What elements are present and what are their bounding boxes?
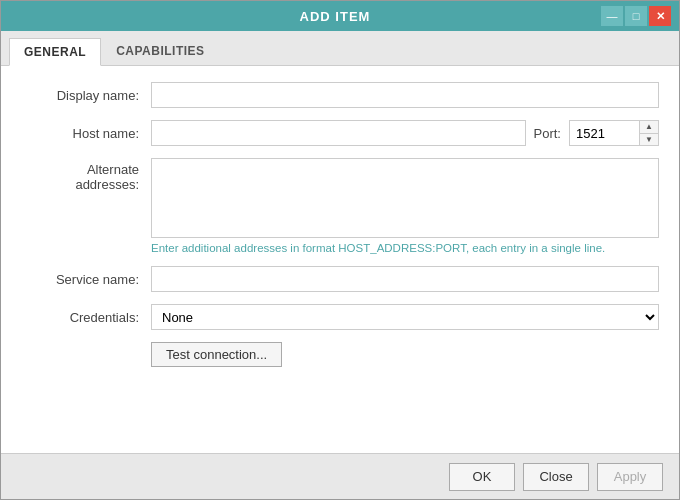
credentials-row: Credentials: None <box>21 304 659 330</box>
form-content: Display name: Host name: Port: ▲ ▼ Alter… <box>1 66 679 453</box>
service-name-label: Service name: <box>21 272 151 287</box>
title-controls: — □ ✕ <box>601 6 671 26</box>
service-name-input[interactable] <box>151 266 659 292</box>
close-button[interactable]: Close <box>523 463 589 491</box>
service-name-row: Service name: <box>21 266 659 292</box>
port-input[interactable] <box>569 120 639 146</box>
alternate-hint: Enter additional addresses in format HOS… <box>151 242 659 254</box>
apply-button[interactable]: Apply <box>597 463 663 491</box>
display-name-input[interactable] <box>151 82 659 108</box>
port-spinners: ▲ ▼ <box>639 120 659 146</box>
tab-capabilities[interactable]: CAPABILITIES <box>101 37 219 65</box>
alternate-addresses-input[interactable] <box>151 158 659 238</box>
hint-row: Enter additional addresses in format HOS… <box>21 242 659 254</box>
display-name-label: Display name: <box>21 88 151 103</box>
test-connection-button[interactable]: Test connection... <box>151 342 282 367</box>
alternate-addresses-row: Alternate addresses: <box>21 158 659 238</box>
host-name-input[interactable] <box>151 120 526 146</box>
maximize-button[interactable]: □ <box>625 6 647 26</box>
port-increment-button[interactable]: ▲ <box>640 121 658 133</box>
test-connection-spacer <box>21 342 151 367</box>
main-window: ADD ITEM — □ ✕ GENERAL CAPABILITIES Disp… <box>0 0 680 500</box>
credentials-label: Credentials: <box>21 310 151 325</box>
port-label: Port: <box>534 126 561 141</box>
window-title: ADD ITEM <box>69 9 601 24</box>
test-connection-row: Test connection... <box>21 342 659 367</box>
close-window-button[interactable]: ✕ <box>649 6 671 26</box>
host-name-label: Host name: <box>21 126 151 141</box>
hostname-port-group: Port: ▲ ▼ <box>151 120 659 146</box>
ok-button[interactable]: OK <box>449 463 515 491</box>
title-bar: ADD ITEM — □ ✕ <box>1 1 679 31</box>
hint-spacer <box>21 242 151 254</box>
tabs-bar: GENERAL CAPABILITIES <box>1 31 679 66</box>
alternate-addresses-label: Alternate addresses: <box>21 158 151 192</box>
credentials-select[interactable]: None <box>151 304 659 330</box>
hostname-row: Host name: Port: ▲ ▼ <box>21 120 659 146</box>
port-decrement-button[interactable]: ▼ <box>640 133 658 146</box>
display-name-row: Display name: <box>21 82 659 108</box>
footer: OK Close Apply <box>1 453 679 499</box>
tab-general[interactable]: GENERAL <box>9 38 101 66</box>
port-container: ▲ ▼ <box>569 120 659 146</box>
minimize-button[interactable]: — <box>601 6 623 26</box>
